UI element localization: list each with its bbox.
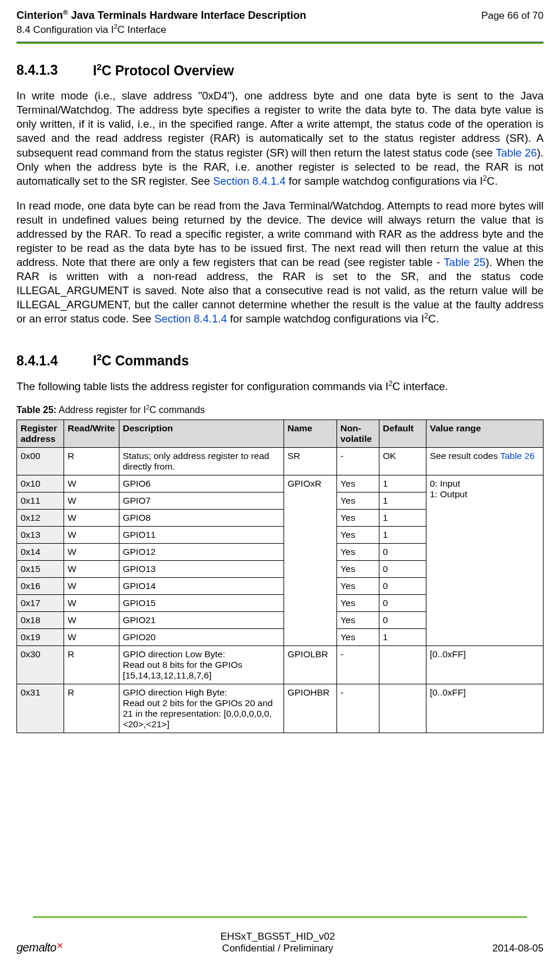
paragraph-1: In write mode (i.e., slave address "0xD4… [16,89,544,188]
confidentiality: Confidential / Preliminary [63,943,492,954]
th-rw: Read/Write [64,420,119,447]
th-register: Register address [17,420,64,447]
section-heading-1: 8.4.1.3I2C Protocol Overview [16,62,544,79]
gemalto-logo: gemalto✕ [16,941,63,954]
main-content: 8.4.1.3I2C Protocol Overview In write mo… [0,44,560,733]
table-26-link-cell[interactable]: Table 26 [500,451,535,461]
table-25-link[interactable]: Table 25 [444,256,485,268]
product-name: Cinterion [16,9,63,21]
section-8414-link-2[interactable]: Section 8.4.1.4 [154,312,226,325]
table-row: 0x00 R Status; only address register to … [17,447,544,475]
doc-date: 2014-08-05 [492,943,544,954]
th-nv: Non-volatile [336,420,379,447]
table-header-row: Register address Read/Write Description … [17,420,544,447]
header-subtitle: 8.4 Configuration via I2C Interface [16,23,306,36]
title-suffix: Java Terminals Hardware Interface Descri… [68,9,306,21]
table-row: 0x31 R GPIO direction High Byte: Read ou… [17,684,544,733]
th-default: Default [379,420,426,447]
paragraph-2: In read mode, one data byte can be read … [16,199,544,327]
page-number: Page 66 of 70 [481,8,544,22]
section-num: 8.4.1.3 [16,62,93,78]
table-26-link[interactable]: Table 26 [496,147,537,159]
footer-green-bar [33,916,527,918]
document-title: Cinterion® Java Terminals Hardware Inter… [16,8,306,22]
header-left: Cinterion® Java Terminals Hardware Inter… [16,8,306,36]
section2-intro: The following table lists the address re… [16,380,544,394]
table-caption: Table 25: Address register for I2C comma… [16,404,544,415]
table-row: 0x10 W GPIO6 GPIOxR Yes 1 0: Input 1: Ou… [17,475,544,492]
register-table: Register address Read/Write Description … [16,420,544,733]
th-range: Value range [426,420,543,447]
th-desc: Description [119,420,284,447]
th-name: Name [284,420,336,447]
registered-mark: ® [63,8,68,16]
section-8414-link[interactable]: Section 8.4.1.4 [213,175,285,187]
gpio-range-cell: 0: Input 1: Output [426,475,543,645]
section-num: 8.4.1.4 [16,353,93,369]
table-row: 0x30 R GPIO direction Low Byte: Read out… [17,645,544,684]
page-footer: gemalto✕ EHSxT_BGS5T_HID_v02 Confidentia… [16,931,544,954]
gpio-name-cell: GPIOxR [284,475,336,645]
doc-id: EHSxT_BGS5T_HID_v02 [63,931,492,943]
footer-center: EHSxT_BGS5T_HID_v02 Confidential / Preli… [63,931,492,954]
section-heading-2: 8.4.1.4I2C Commands [16,352,544,369]
page-header: Cinterion® Java Terminals Hardware Inter… [0,0,560,39]
